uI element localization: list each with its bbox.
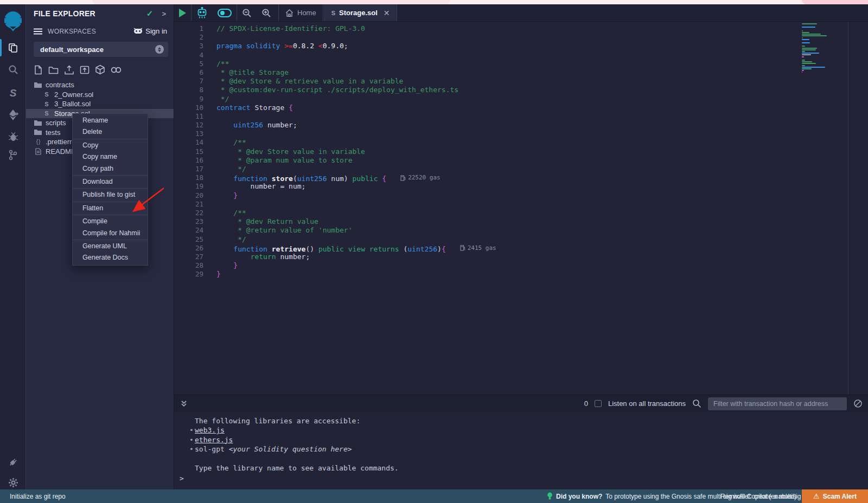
- ai-assistant-button[interactable]: [192, 4, 213, 21]
- robot-icon: [196, 7, 208, 19]
- github-icon: [133, 28, 143, 35]
- code-line-22: /**: [216, 209, 496, 217]
- code-line-13: [216, 130, 496, 138]
- cube-icon[interactable]: [95, 65, 105, 75]
- code-line-17: */: [216, 165, 496, 173]
- hamburger-menu-icon[interactable]: [34, 28, 42, 35]
- code-line-1: // SPDX-License-Identifier: GPL-3.0: [216, 24, 496, 33]
- activity-bar: S: [0, 4, 26, 489]
- search-transactions-icon[interactable]: [692, 399, 701, 408]
- sidebar-item-deploy-and-run[interactable]: [0, 105, 26, 125]
- tab-home[interactable]: Home: [278, 4, 323, 21]
- menu-item-delete[interactable]: Delete: [73, 126, 148, 138]
- git-init-button[interactable]: Initialize as git repo: [10, 493, 66, 500]
- terminal-line: •ethers.js: [195, 435, 868, 444]
- file-context-menu: RenameDeleteCopyCopy nameCopy pathDownlo…: [72, 113, 148, 266]
- menu-item-rename[interactable]: Rename: [73, 115, 148, 126]
- close-tab-icon[interactable]: ✕: [384, 9, 390, 17]
- menu-item-copy-path[interactable]: Copy path: [73, 163, 148, 175]
- zoom-out-button[interactable]: [237, 4, 257, 21]
- clear-console-icon[interactable]: [853, 399, 863, 408]
- code-line-12: uint256 number;: [216, 121, 496, 130]
- code-line-16: * @param num value to store: [216, 156, 496, 165]
- gas-estimate-badge: 2415 gas: [460, 244, 496, 253]
- menu-item-compile-for-nahmii[interactable]: Compile for Nahmii: [73, 228, 148, 239]
- code-line-21: [216, 200, 496, 209]
- workspaces-label: WORKSPACES: [48, 28, 96, 35]
- new-file-icon[interactable]: [34, 65, 43, 75]
- menu-divider: [73, 175, 148, 176]
- menu-item-generate-uml[interactable]: Generate UML: [73, 241, 148, 252]
- editor-tab-strip: Home S Storage.sol ✕: [174, 4, 868, 22]
- upload-file-icon[interactable]: [64, 65, 74, 75]
- terminal-link-web3-js[interactable]: web3.js: [195, 426, 225, 434]
- upload-folder-icon[interactable]: [80, 65, 90, 75]
- terminal-output[interactable]: The following libraries are accessible:•…: [174, 412, 868, 490]
- menu-item-download[interactable]: Download: [73, 176, 148, 188]
- code-line-25: */: [216, 235, 496, 244]
- scam-alert-button[interactable]: ⚠ Scam Alert: [802, 489, 868, 503]
- code-line-23: * @dev Return value: [216, 217, 496, 226]
- sign-in-button[interactable]: Sign in: [133, 27, 167, 35]
- code-line-11: [216, 112, 496, 121]
- lightbulb-icon: [547, 492, 553, 500]
- menu-divider: [73, 188, 148, 189]
- code-line-9: */: [216, 95, 496, 104]
- menu-item-compile[interactable]: Compile: [73, 216, 148, 227]
- terminal-line: Type the library name to see available c…: [195, 463, 868, 473]
- code-line-5: /**: [216, 60, 496, 68]
- workspace-selected-value: default_workspace: [40, 46, 104, 54]
- code-line-26: function retrieve() public view returns …: [216, 244, 496, 253]
- tree-item-contracts[interactable]: contracts: [26, 80, 174, 90]
- terminal-panel: 0 Listen on all transactions The followi…: [174, 395, 868, 489]
- line-numbers: 1234567891011121314151617181920212223242…: [174, 24, 213, 279]
- terminal-header: 0 Listen on all transactions: [174, 395, 868, 412]
- link-icon[interactable]: [111, 66, 122, 74]
- run-script-button[interactable]: [174, 4, 191, 21]
- code-editor[interactable]: 1234567891011121314151617181920212223242…: [174, 22, 868, 395]
- copilot-status[interactable]: RemixAI Copilot (enabled): [720, 493, 796, 500]
- menu-item-flatten[interactable]: Flatten: [73, 203, 148, 214]
- listen-transactions-label: Listen on all transactions: [608, 399, 686, 408]
- menu-item-copy-name[interactable]: Copy name: [73, 151, 148, 163]
- terminal-line: [195, 454, 868, 463]
- sidebar-item-search[interactable]: [0, 60, 26, 79]
- minimap[interactable]: [802, 23, 833, 73]
- code-line-29: }: [216, 270, 496, 279]
- tree-item-3-ballot-sol[interactable]: S3_Ballot.sol: [26, 99, 174, 109]
- code-line-20: }: [216, 191, 496, 200]
- transaction-filter-input[interactable]: [708, 397, 847, 410]
- sidebar-item-file-explorer[interactable]: [0, 38, 26, 57]
- tree-item-2-owner-sol[interactable]: S2_Owner.sol: [26, 90, 174, 100]
- zoom-in-button[interactable]: [257, 4, 276, 21]
- file-explorer-header: FILE EXPLORER ✓ >: [26, 4, 174, 23]
- chevron-right-icon[interactable]: >: [162, 10, 166, 18]
- workspace-select[interactable]: default_workspace: [34, 42, 168, 57]
- main-area: Home S Storage.sol ✕ 1234567891011121314…: [174, 4, 868, 489]
- sidebar-item-debugger[interactable]: [0, 127, 26, 146]
- terminal-prompt[interactable]: >: [180, 474, 184, 482]
- menu-item-publish-file-to-gist[interactable]: Publish file to gist: [73, 189, 148, 201]
- status-bar: Initialize as git repo Did you know? To …: [0, 489, 868, 503]
- code-line-4: [216, 51, 496, 60]
- browser-tab-shape: [92, 0, 450, 4]
- remix-logo-icon[interactable]: [2, 10, 24, 34]
- sidebar-item-git[interactable]: [0, 145, 26, 165]
- sidebar-item-plugin-manager[interactable]: [0, 452, 26, 472]
- gas-estimate-badge: 22520 gas: [400, 173, 441, 182]
- collapse-terminal-icon[interactable]: [180, 399, 188, 408]
- code-line-10: contract Storage {: [216, 104, 496, 112]
- terminal-line: The following libraries are accessible:: [195, 416, 868, 425]
- tab-storage-sol[interactable]: S Storage.sol ✕: [324, 4, 397, 21]
- terminal-link-ethers-js[interactable]: ethers.js: [195, 436, 233, 444]
- code-line-24: * @return value of 'number': [216, 226, 496, 235]
- copilot-toggle[interactable]: [213, 4, 237, 21]
- new-folder-icon[interactable]: [48, 65, 59, 75]
- workspace-caret-icon: [155, 45, 164, 54]
- menu-item-copy[interactable]: Copy: [73, 140, 148, 151]
- menu-item-generate-docs[interactable]: Generate Docs: [73, 252, 148, 263]
- menu-divider: [73, 240, 148, 240]
- sidebar-item-solidity-compiler[interactable]: S: [0, 83, 26, 103]
- terminal-line: •web3.js: [195, 425, 868, 435]
- listen-transactions-checkbox[interactable]: [595, 400, 602, 407]
